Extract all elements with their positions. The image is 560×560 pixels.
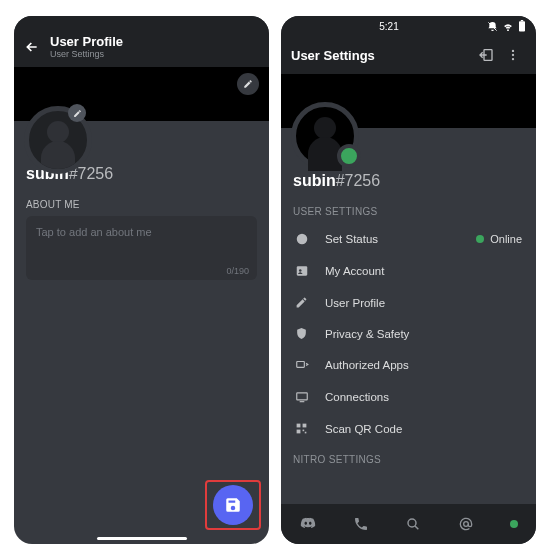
header-title: User Settings [291,48,470,63]
settings-item-scan-qr[interactable]: Scan QR Code [281,413,536,444]
tab-profile[interactable] [510,520,518,528]
username: subin#7256 [281,172,536,190]
about-me-counter: 0/190 [226,266,249,276]
header-title: User Profile [50,34,123,49]
qr-icon [295,422,311,435]
more-button[interactable] [506,48,526,62]
svg-point-6 [512,58,514,60]
nitro-settings-label: NITRO SETTINGS [281,444,536,469]
settings-item-my-account[interactable]: My Account [281,255,536,287]
svg-rect-11 [297,393,308,400]
pencil-icon [295,296,311,309]
settings-item-label: Set Status [325,233,462,245]
online-dot-icon [476,235,484,243]
settings-item-label: User Profile [325,297,522,309]
svg-point-18 [463,522,468,527]
account-icon [295,264,311,278]
search-icon [405,516,421,532]
dnd-icon [487,21,498,32]
settings-item-label: Privacy & Safety [325,328,522,340]
settings-item-authorized-apps[interactable]: Authorized Apps [281,349,536,381]
svg-rect-1 [519,21,525,31]
svg-rect-16 [305,432,307,434]
svg-rect-14 [297,430,301,434]
edit-avatar-button[interactable] [68,104,86,122]
settings-item-label: Scan QR Code [325,423,522,435]
save-icon [224,496,242,514]
svg-rect-15 [303,430,305,432]
tab-search[interactable] [405,516,421,532]
tab-calls[interactable] [353,516,369,532]
header-titles: User Profile User Settings [50,34,123,59]
svg-point-7 [297,234,308,245]
tab-mentions[interactable] [458,516,474,532]
phone-user-settings: 5:21 User Settings subin#7256 USER SETTI… [281,16,536,544]
header: User Profile User Settings [14,28,269,67]
svg-rect-2 [521,20,523,21]
user-settings-label: USER SETTINGS [281,190,536,223]
username-name: subin [293,172,336,189]
presence-indicator [337,144,361,168]
settings-item-user-profile[interactable]: User Profile [281,287,536,318]
settings-list: Set Status Online My Account User Profil… [281,223,536,444]
bottom-tab-bar [281,504,536,544]
settings-item-label: My Account [325,265,522,277]
apps-icon [295,358,311,372]
status-bar [14,16,269,28]
export-button[interactable] [478,47,498,63]
about-me-label: ABOUT ME [14,183,269,216]
settings-item-label: Authorized Apps [325,359,522,371]
svg-point-5 [512,54,514,56]
pencil-icon [73,109,82,118]
battery-icon [518,20,526,32]
phone-user-profile: User Profile User Settings subin#7256 AB… [14,16,269,544]
settings-item-label: Connections [325,391,522,403]
about-me-input[interactable]: Tap to add an about me 0/190 [26,216,257,280]
svg-rect-8 [297,266,308,275]
shield-icon [295,327,311,340]
settings-item-privacy-safety[interactable]: Privacy & Safety [281,318,536,349]
exit-icon [478,47,494,63]
svg-rect-13 [303,424,307,428]
phone-icon [353,516,369,532]
status-time: 5:21 [379,21,398,32]
svg-point-4 [512,50,514,52]
discord-icon [299,515,317,533]
save-highlight [205,480,261,530]
tab-home[interactable] [299,515,317,533]
status-bar: 5:21 [281,16,536,36]
svg-rect-10 [297,362,305,368]
back-icon[interactable] [24,39,40,55]
username-discriminator: #7256 [336,172,381,189]
wifi-icon [502,21,514,32]
settings-item-set-status[interactable]: Set Status Online [281,223,536,255]
svg-point-17 [408,519,416,527]
save-button[interactable] [213,485,253,525]
svg-point-9 [299,269,302,272]
about-me-placeholder: Tap to add an about me [36,226,247,238]
header-subtitle: User Settings [50,49,123,59]
home-indicator[interactable] [97,537,187,540]
status-icon [295,232,311,246]
settings-item-connections[interactable]: Connections [281,381,536,413]
connections-icon [295,390,311,404]
status-value: Online [476,233,522,245]
more-vertical-icon [506,48,520,62]
at-icon [458,516,474,532]
edit-banner-button[interactable] [237,73,259,95]
svg-rect-12 [297,424,301,428]
pencil-icon [243,79,253,89]
header: User Settings [281,36,536,74]
